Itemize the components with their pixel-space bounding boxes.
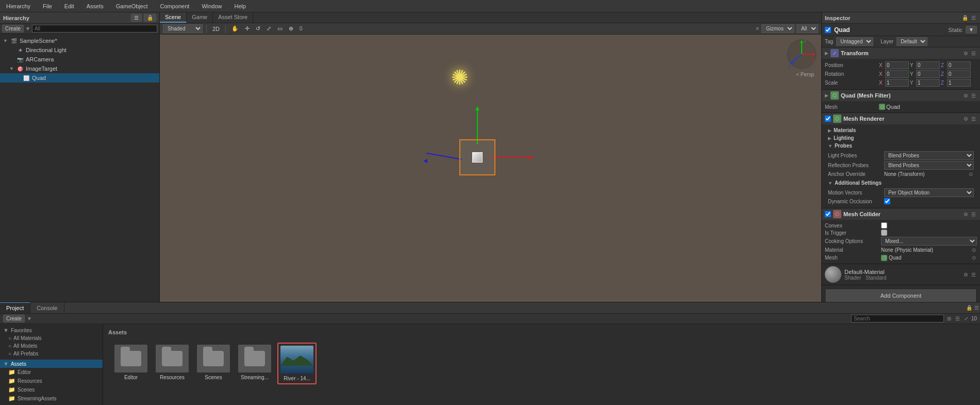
all-models-item[interactable]: ○ All Models bbox=[0, 342, 103, 350]
file-menu[interactable]: File bbox=[40, 2, 55, 10]
inspector-options-btn[interactable]: ☰ bbox=[970, 14, 977, 21]
help-menu[interactable]: Help bbox=[231, 2, 250, 10]
transform-header[interactable]: ▶ ⤢ Transform ⚙ ☰ bbox=[822, 47, 980, 59]
bottom-panel-lock-btn[interactable]: 🔒 bbox=[965, 304, 973, 311]
mc-settings-btn[interactable]: ⚙ bbox=[962, 211, 969, 218]
hierarchy-search-input[interactable] bbox=[32, 25, 157, 33]
scale-y-input[interactable] bbox=[916, 79, 940, 87]
hierarchy-menu[interactable]: Hierarchy bbox=[3, 2, 34, 10]
material-menu-btn[interactable]: ☰ bbox=[970, 271, 977, 278]
mc-mesh-pick-btn[interactable]: ⊙ bbox=[971, 254, 977, 261]
streaming-asset[interactable]: Streaming... bbox=[236, 343, 273, 384]
motion-vectors-dropdown[interactable]: Per Object Motion bbox=[884, 188, 974, 197]
mesh-filter-header[interactable]: ▶ ⬡ Quad (Mesh Filter) ⚙ ☰ bbox=[822, 90, 980, 101]
rot-z-input[interactable] bbox=[947, 70, 971, 78]
assets-create-btn[interactable]: Create bbox=[3, 315, 25, 322]
favorites-header[interactable]: ▼ Favorites bbox=[0, 326, 103, 334]
editor-asset[interactable]: Editor bbox=[112, 343, 150, 384]
tree-item-imagetarget[interactable]: ▼ 🎯 ImageTarget bbox=[0, 64, 159, 73]
tab-game[interactable]: Game bbox=[187, 12, 213, 23]
tree-item-samplescene[interactable]: ▼ 🎬 SampleScene* bbox=[0, 36, 159, 45]
hierarchy-lock-btn[interactable]: 🔒 bbox=[144, 14, 156, 22]
rot-x-input[interactable] bbox=[885, 70, 909, 78]
transform-menu-btn[interactable]: ☰ bbox=[970, 50, 977, 57]
pos-z-input[interactable] bbox=[947, 61, 971, 69]
layer-dropdown[interactable]: Default bbox=[896, 37, 927, 46]
tab-console[interactable]: Console bbox=[30, 302, 64, 313]
rot-y-input[interactable] bbox=[916, 70, 940, 78]
streaming-sidebar-item[interactable]: 📁 StreamingAssets bbox=[0, 394, 103, 403]
reflection-probes-dropdown[interactable]: Blend Probes bbox=[884, 161, 974, 170]
inspector-lock-btn[interactable]: 🔒 bbox=[961, 14, 969, 21]
scale-z-input[interactable] bbox=[947, 79, 971, 87]
mf-menu-btn[interactable]: ☰ bbox=[970, 92, 977, 99]
lighting-toggle[interactable]: ▶ Lighting bbox=[825, 134, 977, 142]
all-materials-item[interactable]: ○ All Materials bbox=[0, 334, 103, 342]
hand-tool-btn[interactable]: ✋ bbox=[229, 24, 241, 33]
resources-asset[interactable]: Resources bbox=[154, 343, 191, 384]
tab-scene[interactable]: Scene bbox=[160, 12, 187, 23]
rect-tool-btn[interactable]: ▭ bbox=[275, 24, 285, 33]
hierarchy-create-btn[interactable]: Create bbox=[2, 25, 24, 33]
mc-menu-btn[interactable]: ☰ bbox=[970, 211, 977, 218]
mr-menu-btn[interactable]: ☰ bbox=[970, 116, 977, 122]
anchor-override-pick-btn[interactable]: ⊙ bbox=[968, 171, 974, 177]
assets-view-btn1[interactable]: ⊞ bbox=[946, 315, 952, 322]
window-menu[interactable]: Window bbox=[198, 2, 225, 10]
mesh-collider-header[interactable]: ⬡ Mesh Collider ⚙ ☰ bbox=[822, 208, 980, 220]
scale-x-input[interactable] bbox=[885, 79, 909, 87]
tab-asset-store[interactable]: Asset Store bbox=[213, 12, 253, 23]
pos-y-input[interactable] bbox=[916, 61, 940, 69]
component-menu[interactable]: Component bbox=[157, 2, 193, 10]
tab-project[interactable]: Project bbox=[0, 302, 30, 313]
mr-active-checkbox[interactable] bbox=[825, 116, 831, 122]
tree-item-arcamera[interactable]: 📷 ARCamera bbox=[0, 55, 159, 64]
gameobject-menu[interactable]: GameObject bbox=[113, 2, 151, 10]
material-settings-btn[interactable]: ⚙ bbox=[962, 271, 969, 278]
viewport-content[interactable]: ✺ bbox=[160, 35, 821, 302]
gizmos-dropdown[interactable]: Gizmos bbox=[761, 24, 794, 33]
light-probes-dropdown[interactable]: Blend Probes bbox=[884, 151, 974, 160]
assets-search-input[interactable] bbox=[851, 315, 944, 322]
all-prefabs-item[interactable]: ○ All Prefabs bbox=[0, 350, 103, 358]
add-component-btn[interactable]: Add Component bbox=[826, 289, 976, 302]
assets-menu[interactable]: Assets bbox=[84, 2, 107, 10]
move-tool-btn[interactable]: ✛ bbox=[243, 24, 252, 33]
probes-toggle[interactable]: ▼ Probes bbox=[825, 142, 977, 150]
2d-toggle-btn[interactable]: 2D bbox=[210, 25, 222, 33]
transform-tool-btn[interactable]: ⊕ bbox=[287, 24, 295, 33]
resources-sidebar-item[interactable]: 📁 Resources bbox=[0, 377, 103, 385]
assets-view-btn2[interactable]: ☰ bbox=[954, 315, 961, 322]
dynamic-occlusion-checkbox[interactable] bbox=[884, 198, 890, 204]
mc-active-checkbox[interactable] bbox=[825, 211, 831, 217]
edit-menu[interactable]: Edit bbox=[61, 2, 77, 10]
cooking-options-dropdown[interactable]: Mixed... bbox=[881, 237, 977, 246]
pos-x-input[interactable] bbox=[885, 61, 909, 69]
rotate-tool-btn[interactable]: ↺ bbox=[254, 24, 262, 33]
assets-view-btn3[interactable]: ⤢ bbox=[963, 315, 969, 322]
tree-item-directional-light[interactable]: ☀ Directional Light bbox=[0, 45, 159, 55]
tree-item-quad[interactable]: ⬜ Quad bbox=[0, 73, 159, 83]
transform-settings-btn[interactable]: ⚙ bbox=[962, 50, 969, 57]
river-asset[interactable]: River - 14... bbox=[277, 343, 317, 384]
convex-checkbox[interactable] bbox=[881, 222, 887, 229]
editor-sidebar-item[interactable]: 📁 Editor bbox=[0, 368, 103, 377]
bottom-panel-options-btn[interactable]: ☰ bbox=[973, 304, 980, 311]
mc-material-pick-btn[interactable]: ⊙ bbox=[971, 247, 977, 253]
mr-settings-btn[interactable]: ⚙ bbox=[962, 116, 969, 122]
scale-tool-btn[interactable]: ⤢ bbox=[264, 24, 273, 33]
tag-dropdown[interactable]: Untagged bbox=[836, 37, 873, 46]
additional-settings-toggle[interactable]: ▼ Additional Settings bbox=[825, 179, 977, 187]
hierarchy-options-btn[interactable]: ☰ bbox=[131, 14, 142, 22]
static-dropdown-btn[interactable]: ▼ bbox=[966, 26, 977, 34]
assets-header[interactable]: ▼ Assets bbox=[0, 360, 103, 368]
obj-active-checkbox[interactable] bbox=[825, 27, 831, 33]
shading-dropdown[interactable]: Shaded Wireframe bbox=[163, 24, 203, 33]
scenes-asset[interactable]: Scenes bbox=[195, 343, 232, 384]
materials-toggle[interactable]: ▶ Materials bbox=[825, 126, 977, 134]
scenes-sidebar-item[interactable]: 📁 Scenes bbox=[0, 385, 103, 394]
mesh-renderer-header[interactable]: ⬡ Mesh Renderer ⚙ ☰ bbox=[822, 113, 980, 124]
mf-settings-btn[interactable]: ⚙ bbox=[962, 92, 969, 99]
all-layers-dropdown[interactable]: All bbox=[796, 24, 818, 33]
resources-folder-shape bbox=[162, 351, 182, 366]
